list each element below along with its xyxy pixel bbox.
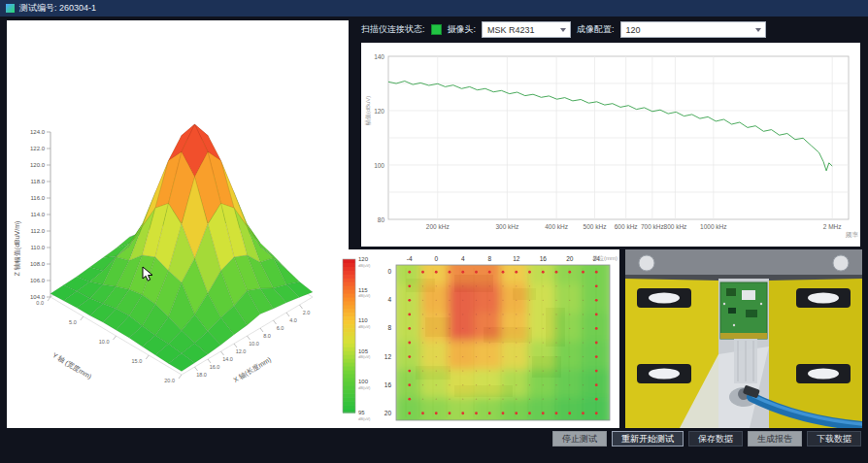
svg-text:16: 16 [540, 255, 548, 262]
camera-view-image [625, 249, 862, 428]
save-data-button[interactable]: 保存数据 [688, 431, 743, 446]
svg-text:2 MHz: 2 MHz [823, 223, 842, 230]
svg-text:0: 0 [434, 255, 438, 262]
svg-text:8: 8 [387, 324, 391, 331]
svg-text:115: 115 [358, 287, 368, 293]
svg-text:114.0: 114.0 [30, 212, 45, 217]
svg-text:20.0: 20.0 [164, 378, 175, 383]
z-axis-title: Z 轴幅值(dBuV/m) [14, 221, 21, 277]
y-axis-title: Y 轴 (宽度mm) [50, 350, 93, 380]
svg-text:dB(uV): dB(uV) [358, 324, 371, 329]
title-bar: 测试编号: 260304-1 [0, 0, 868, 17]
camera-view-panel [625, 249, 862, 428]
svg-text:100: 100 [374, 162, 384, 169]
svg-text:10.0: 10.0 [99, 339, 110, 345]
svg-text:118.0: 118.0 [30, 179, 45, 184]
svg-text:8.0: 8.0 [263, 333, 271, 339]
window-title: 测试编号: 260304-1 [19, 2, 96, 15]
svg-text:106.0: 106.0 [30, 278, 46, 283]
svg-text:800 kHz: 800 kHz [664, 223, 687, 230]
svg-text:200 kHz: 200 kHz [426, 223, 450, 230]
svg-text:1000 kHz: 1000 kHz [700, 223, 726, 230]
colorbar: 120dB(uV)115dB(uV)110dB(uV)105dB(uV)100d… [343, 256, 371, 421]
fixture-knob [833, 255, 849, 271]
svg-text:600 kHz: 600 kHz [615, 223, 638, 230]
imaging-config-value: 120 [626, 25, 641, 35]
clamp-slot [808, 369, 839, 380]
surface-3d-plot[interactable]: 104.0106.0108.0110.0112.0114.0116.0118.0… [7, 20, 349, 428]
svg-text:300 kHz: 300 kHz [495, 223, 518, 230]
svg-text:4.0: 4.0 [289, 317, 297, 323]
action-button-row: 停止测试重新开始测试保存数据生成报告下载数据 [552, 431, 861, 446]
download-data-button[interactable]: 下载数据 [807, 431, 861, 446]
svg-text:8: 8 [487, 255, 491, 262]
spectrum-chart: 14012010080200 kHz300 kHz400 kHz500 kHz6… [361, 43, 860, 247]
svg-text:110.0: 110.0 [30, 245, 45, 250]
svg-text:-4: -4 [407, 255, 413, 262]
svg-text:108.0: 108.0 [30, 261, 46, 267]
x-axis-title: X 轴(长度mm) [232, 356, 273, 384]
svg-text:dB(uV): dB(uV) [358, 385, 371, 390]
restart-test-button[interactable]: 重新开始测试 [612, 431, 684, 446]
svg-text:116.0: 116.0 [30, 195, 45, 201]
fixture-knob [639, 255, 654, 271]
svg-text:80: 80 [378, 216, 385, 223]
svg-text:dB(uV): dB(uV) [358, 354, 371, 359]
svg-text:140: 140 [374, 53, 384, 60]
app-icon [6, 4, 15, 13]
svg-text:4: 4 [387, 296, 391, 303]
surface-mesh [50, 124, 313, 372]
near-field-heatmap: 120dB(uV)115dB(uV)110dB(uV)105dB(uV)100d… [338, 249, 619, 428]
svg-text:14.0: 14.0 [222, 356, 233, 362]
svg-text:15.0: 15.0 [132, 358, 143, 364]
scanner-status-label: 扫描仪连接状态: [361, 23, 425, 36]
chevron-down-icon [560, 28, 566, 32]
svg-text:0: 0 [387, 268, 391, 275]
control-bar: 扫描仪连接状态: 摄像头: MSK R4231 成像配置: 120 [361, 21, 766, 38]
svg-text:112.0: 112.0 [30, 228, 45, 234]
svg-text:400 kHz: 400 kHz [545, 223, 568, 230]
stop-test-button[interactable]: 停止测试 [552, 431, 607, 446]
svg-text:18.0: 18.0 [196, 372, 207, 378]
chevron-down-icon [755, 28, 761, 32]
svg-text:dB(uV): dB(uV) [358, 293, 371, 298]
svg-text:12: 12 [513, 255, 520, 262]
svg-text:6.0: 6.0 [277, 325, 284, 331]
svg-text:122.0: 122.0 [30, 146, 46, 151]
clamp-slot [808, 293, 839, 304]
svg-text:124.0: 124.0 [30, 129, 46, 135]
svg-text:16: 16 [384, 381, 392, 388]
svg-text:120: 120 [374, 108, 384, 115]
imaging-config-label: 成像配置: [577, 23, 615, 36]
spectrum-x-label: 频率 [845, 231, 859, 238]
heatmap-panel: 120dB(uV)115dB(uV)110dB(uV)105dB(uV)100d… [338, 249, 619, 428]
heat-overlay [394, 256, 612, 428]
scanner-status-indicator [431, 24, 442, 35]
svg-text:100: 100 [358, 379, 369, 384]
generate-report-button[interactable]: 生成报告 [748, 431, 802, 446]
flex-cable [734, 339, 757, 383]
svg-text:10.0: 10.0 [249, 341, 259, 347]
svg-text:20: 20 [566, 255, 574, 262]
svg-text:110: 110 [358, 317, 368, 323]
svg-text:105: 105 [358, 348, 369, 354]
svg-text:16.0: 16.0 [210, 364, 220, 370]
svg-text:12.0: 12.0 [236, 348, 247, 354]
clamp-slot [649, 293, 680, 304]
spectrum-panel: 14012010080200 kHz300 kHz400 kHz500 kHz6… [361, 43, 860, 247]
svg-text:2.0: 2.0 [303, 310, 311, 315]
camera-select[interactable]: MSK R4231 [482, 21, 571, 38]
svg-text:4: 4 [461, 255, 465, 262]
svg-text:700 kHz: 700 kHz [641, 223, 664, 230]
spectrum-y-label: 幅值(dBuV) [364, 96, 372, 126]
camera-select-value: MSK R4231 [487, 25, 535, 35]
imaging-config-select[interactable]: 120 [620, 21, 766, 38]
svg-text:dB(uV): dB(uV) [358, 416, 371, 421]
pcb-board [720, 282, 767, 339]
heatmap-unit-label: 单位(mm) [592, 255, 618, 261]
svg-text:0.0: 0.0 [36, 300, 44, 306]
svg-text:20: 20 [384, 410, 392, 416]
svg-text:5.0: 5.0 [69, 319, 77, 325]
svg-text:95: 95 [358, 410, 365, 415]
svg-text:500 kHz: 500 kHz [584, 223, 607, 230]
